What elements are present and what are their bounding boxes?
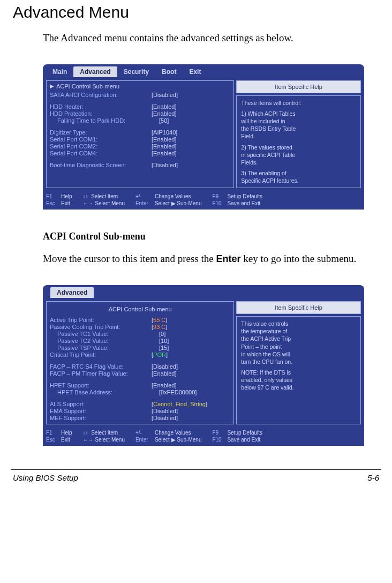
setting-label: HPET Base Address: [50, 389, 159, 395]
submenu-label-suffix: Sub-Menu [176, 437, 202, 443]
setting-value: [55 C] [152, 317, 167, 323]
tab-advanced[interactable]: Advanced [50, 287, 94, 298]
setting-row[interactable]: Serial Port COM2:[Enabled] [50, 143, 230, 150]
setting-row[interactable]: FACP – RTC S4 Flag Value:[Disabled] [50, 363, 230, 370]
help-title: Item Specific Help [236, 80, 361, 93]
help-pane: Item Specific Help This value controlsth… [236, 301, 361, 424]
intro-text: The Advanced menu contains the advanced … [43, 32, 366, 45]
submenu-label: ACPI Control Sub-menu [56, 83, 119, 89]
row-gap [50, 396, 230, 400]
arrows-ud-icon: ↓↑ [83, 430, 92, 436]
setting-row[interactable]: HPET Base Address:[0xFED00000] [50, 389, 230, 395]
page-footer: Using BIOS Setup 5-6 [11, 469, 381, 482]
key-f9: F9 [212, 430, 227, 436]
setting-row[interactable]: MEF Support:[Disabled] [50, 415, 230, 421]
key-enter: Enter [135, 200, 155, 206]
setting-value: [0xFED00000] [159, 389, 197, 395]
submenu-entry-acpi[interactable]: ▶ ACPI Control Sub-menu [50, 83, 230, 89]
key-exit-label: Exit [61, 200, 70, 206]
bios-footer-keys: F1Help EscExit ↓↑ Select Item ←→ Select … [43, 428, 364, 446]
setting-row[interactable]: Critical Trip Point:[POR] [50, 352, 230, 358]
setup-defaults-label: Setup Defaults [227, 193, 262, 199]
setting-row[interactable]: Serial Port COM1:[Enabled] [50, 136, 230, 143]
setting-value: [Enabled] [152, 382, 177, 388]
setting-value: [Enabled] [152, 110, 177, 117]
bios-screenshot-acpi-submenu: Advanced ACPI Control Sub-menu Active Tr… [43, 285, 364, 446]
setting-row[interactable]: EMA Support:[Disabled] [50, 408, 230, 414]
setting-row[interactable]: HDD Heater:[Enabled] [50, 103, 230, 110]
select-menu-label: Select Menu [95, 200, 125, 206]
setting-label: Boot-time Diagnostic Screen: [50, 162, 152, 168]
setting-value: [50] [159, 117, 169, 124]
row-gap [50, 377, 230, 382]
key-f10: F10 [212, 200, 227, 206]
setting-row[interactable]: Passive TC2 Value:[10] [50, 338, 230, 344]
key-f1: F1 [46, 430, 61, 436]
setting-value: [93 C] [152, 324, 167, 330]
select-sub-label: Select [155, 437, 171, 443]
setting-row[interactable]: Falling Time to Park HDD:[50] [50, 117, 230, 124]
setting-row[interactable]: SATA AHCI Configuration:[Disabled] [50, 92, 230, 98]
setting-label: ALS Support: [50, 401, 152, 407]
setting-label: Active Trip Point: [50, 317, 152, 323]
setting-value: [Enabled] [152, 136, 177, 143]
page-title: Advanced Menu [13, 3, 379, 21]
save-exit-label: Save and Exit [227, 200, 260, 206]
tab-exit[interactable]: Exit [183, 66, 207, 77]
submenu-label-suffix: Sub-Menu [176, 200, 202, 206]
bios-tab-bar: Advanced [43, 285, 364, 298]
triangle-right-icon: ▶ [171, 437, 176, 443]
key-plusminus: +/- [135, 193, 155, 199]
section-text-after: key to go into the submenu. [240, 253, 356, 264]
left-pane: ▶ ACPI Control Sub-menu SATA AHCI Config… [46, 80, 234, 189]
tab-advanced[interactable]: Advanced [73, 66, 117, 77]
setting-value: [Enabled] [152, 103, 177, 110]
tab-main[interactable]: Main [46, 66, 73, 77]
setting-value: [Disabled] [152, 415, 178, 421]
setting-value: [0] [159, 331, 165, 337]
tab-boot[interactable]: Boot [155, 66, 183, 77]
triangle-right-icon: ▶ [171, 200, 176, 206]
footer-left: Using BIOS Setup [13, 473, 78, 482]
setting-label: SATA AHCI Configuration: [50, 92, 152, 98]
setting-value: [10] [159, 338, 169, 344]
setting-value: [Enabled] [152, 370, 177, 377]
setting-row[interactable]: FACP – PM Timer Flag Value:[Enabled] [50, 370, 230, 377]
setting-row[interactable]: Digitizer Type:[AIP1040] [50, 129, 230, 136]
help-pane: Item Specific Help These items will cont… [236, 80, 361, 189]
setting-label: Passive Cooling Trip Point: [50, 324, 152, 330]
section-heading: ACPI Control Sub-menu [43, 231, 366, 242]
setting-label: Passive TSP Value: [50, 345, 159, 351]
triangle-right-icon: ▶ [50, 83, 54, 89]
setting-label: Falling Time to Park HDD: [50, 117, 159, 124]
setup-defaults-label: Setup Defaults [227, 430, 262, 436]
setting-value: [Disabled] [152, 363, 178, 370]
setting-value: [Disabled] [152, 408, 178, 414]
setting-row[interactable]: Passive TC1 Value:[0] [50, 331, 230, 337]
left-pane: ACPI Control Sub-menu Active Trip Point:… [46, 301, 234, 424]
row-gap [50, 157, 230, 161]
setting-label: HDD Protection: [50, 110, 152, 117]
setting-row[interactable]: Boot-time Diagnostic Screen:[Disabled] [50, 162, 230, 168]
arrows-lr-icon: ←→ [83, 437, 95, 443]
setting-row[interactable]: ALS Support:[Cannot_Find_String] [50, 401, 230, 407]
tab-security[interactable]: Security [117, 66, 155, 77]
setting-row[interactable]: HDD Protection:[Enabled] [50, 110, 230, 117]
section-text: Move the cursor to this item and press t… [43, 252, 366, 266]
setting-label: Passive TC2 Value: [50, 338, 159, 344]
row-gap [50, 99, 230, 103]
key-plusminus: +/- [135, 430, 155, 436]
select-item-label: Select Item [91, 430, 118, 436]
arrows-lr-icon: ←→ [83, 200, 95, 206]
setting-value: [15] [159, 345, 169, 351]
key-esc: Esc [46, 200, 61, 206]
setting-label: HPET Support: [50, 382, 152, 388]
setting-row[interactable]: Passive Cooling Trip Point:[93 C] [50, 324, 230, 330]
setting-row[interactable]: Serial Port COM4:[Enabled] [50, 150, 230, 156]
setting-row[interactable]: Passive TSP Value:[15] [50, 345, 230, 351]
setting-row[interactable]: HPET Support:[Enabled] [50, 382, 230, 388]
key-f10: F10 [212, 437, 227, 443]
select-item-label: Select Item [91, 193, 118, 199]
setting-row[interactable]: Active Trip Point:[55 C] [50, 317, 230, 323]
setting-label: Passive TC1 Value: [50, 331, 159, 337]
